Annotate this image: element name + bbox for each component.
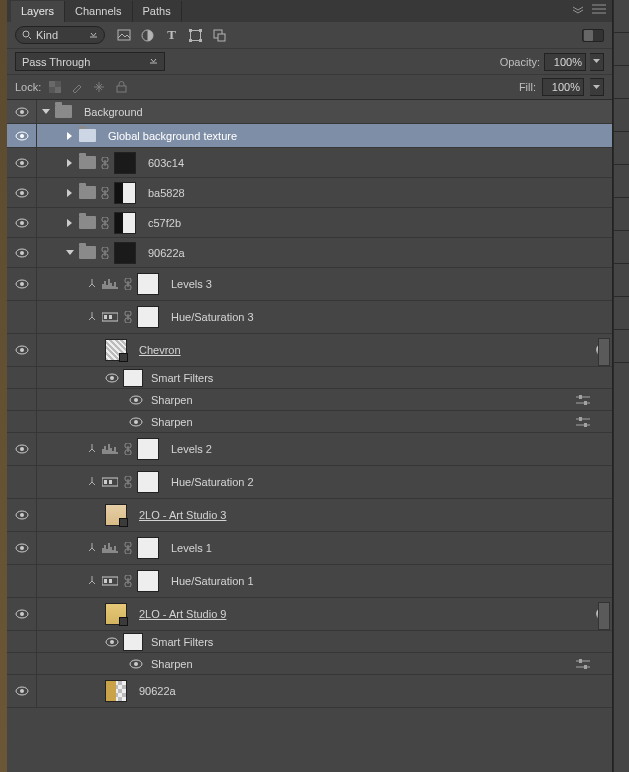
visibility-toggle[interactable] [7, 675, 37, 707]
disclosure-open-icon[interactable] [65, 248, 75, 258]
opacity-input[interactable]: 100% [544, 53, 586, 71]
visibility-toggle[interactable] [7, 532, 37, 564]
layer-mask[interactable] [137, 537, 159, 559]
filter-name[interactable]: Sharpen [151, 658, 193, 670]
layer-mask[interactable] [137, 471, 159, 493]
disclosure-closed-icon[interactable] [65, 188, 75, 198]
visibility-toggle[interactable] [7, 208, 37, 237]
disclosure-open-icon[interactable] [41, 107, 51, 117]
layer-name[interactable]: Chevron [139, 344, 181, 356]
layer-name[interactable]: Hue/Saturation 3 [171, 311, 254, 323]
visibility-toggle[interactable] [7, 238, 37, 267]
layer-mask[interactable] [114, 182, 136, 204]
visibility-toggle[interactable] [7, 124, 37, 147]
fill-dropdown[interactable] [590, 78, 604, 96]
smart-object-layer[interactable]: 2LO - Art Studio 9 [7, 598, 612, 631]
visibility-icon[interactable] [105, 637, 119, 647]
filter-name[interactable]: Sharpen [151, 416, 193, 428]
layer-name[interactable]: 2LO - Art Studio 3 [139, 509, 226, 521]
layer-name[interactable]: Hue/Saturation 2 [171, 476, 254, 488]
filter-options-icon[interactable] [576, 659, 590, 669]
filter-item[interactable]: Sharpen [7, 389, 612, 411]
adjustment-layer[interactable]: Levels 2 [7, 433, 612, 466]
layer-mask[interactable] [114, 242, 136, 264]
layer-name[interactable]: Levels 2 [171, 443, 212, 455]
link-icon[interactable] [123, 277, 133, 291]
layer-group-selected[interactable]: Global background texture [7, 124, 612, 148]
adjustment-layer[interactable]: Levels 1 [7, 532, 612, 565]
smart-object-layer[interactable]: Chevron [7, 334, 612, 367]
link-icon[interactable] [123, 475, 133, 489]
opacity-dropdown[interactable] [590, 53, 604, 71]
layer-name[interactable]: Hue/Saturation 1 [171, 575, 254, 587]
layer-name[interactable]: ba5828 [148, 187, 185, 199]
filter-options-icon[interactable] [576, 417, 590, 427]
adjustment-layer[interactable]: Hue/Saturation 1 [7, 565, 612, 598]
layer-thumbnail[interactable] [105, 603, 127, 625]
layer-thumbnail[interactable] [105, 504, 127, 526]
adjustment-layer[interactable]: Hue/Saturation 3 [7, 301, 612, 334]
filter-shape-icon[interactable] [187, 27, 204, 44]
filter-name[interactable]: Sharpen [151, 394, 193, 406]
filter-smart-icon[interactable] [211, 27, 228, 44]
filter-item[interactable]: Sharpen [7, 653, 612, 675]
visibility-icon[interactable] [129, 417, 143, 427]
filter-mask[interactable] [123, 633, 143, 651]
panel-menu-icon[interactable] [592, 4, 606, 16]
lock-position-icon[interactable] [91, 79, 107, 95]
layer-name[interactable]: Levels 3 [171, 278, 212, 290]
visibility-toggle[interactable] [7, 178, 37, 207]
layer-mask[interactable] [137, 306, 159, 328]
visibility-icon[interactable] [105, 373, 119, 383]
filter-pixel-icon[interactable] [115, 27, 132, 44]
layer-mask[interactable] [137, 438, 159, 460]
disclosure-closed-icon[interactable] [65, 158, 75, 168]
filter-options-icon[interactable] [576, 395, 590, 405]
filter-item[interactable]: Sharpen [7, 411, 612, 433]
visibility-toggle[interactable] [7, 598, 37, 630]
lock-paint-icon[interactable] [69, 79, 85, 95]
layer-group[interactable]: ba5828 [7, 178, 612, 208]
blend-mode-select[interactable]: Pass Through [15, 52, 165, 71]
layer-mask[interactable] [137, 273, 159, 295]
scrollbar-thumb[interactable] [598, 338, 610, 366]
pixel-layer[interactable]: 90622a [7, 675, 612, 708]
link-icon[interactable] [100, 186, 110, 200]
layer-name[interactable]: Global background texture [108, 130, 237, 142]
filter-mask[interactable] [123, 369, 143, 387]
link-icon[interactable] [100, 246, 110, 260]
layer-mask[interactable] [114, 212, 136, 234]
scrollbar-thumb[interactable] [598, 602, 610, 630]
fill-input[interactable]: 100% [542, 78, 584, 96]
visibility-toggle[interactable] [7, 334, 37, 366]
layer-name[interactable]: 90622a [139, 685, 176, 697]
visibility-icon[interactable] [129, 395, 143, 405]
visibility-toggle[interactable] [7, 499, 37, 531]
layer-mask[interactable] [114, 152, 136, 174]
visibility-icon[interactable] [129, 659, 143, 669]
filter-type-icon[interactable]: T [163, 27, 180, 44]
adjustment-layer[interactable]: Levels 3 [7, 268, 612, 301]
filter-adjust-icon[interactable] [139, 27, 156, 44]
smart-object-layer[interactable]: 2LO - Art Studio 3 [7, 499, 612, 532]
link-icon[interactable] [123, 310, 133, 324]
layer-group[interactable]: Background [7, 100, 612, 124]
link-icon[interactable] [123, 541, 133, 555]
link-icon[interactable] [123, 574, 133, 588]
lock-transparent-icon[interactable] [47, 79, 63, 95]
layer-group[interactable]: 90622a [7, 238, 612, 268]
layer-name[interactable]: Background [84, 106, 143, 118]
link-icon[interactable] [100, 156, 110, 170]
filter-type-select[interactable]: Kind [15, 26, 105, 44]
layer-group[interactable]: c57f2b [7, 208, 612, 238]
tab-layers[interactable]: Layers [11, 1, 65, 22]
layer-name[interactable]: 603c14 [148, 157, 184, 169]
layer-name[interactable]: 90622a [148, 247, 185, 259]
lock-all-icon[interactable] [113, 79, 129, 95]
layer-thumbnail[interactable] [105, 680, 127, 702]
layer-name[interactable]: c57f2b [148, 217, 181, 229]
filter-toggle[interactable] [582, 29, 604, 42]
tab-channels[interactable]: Channels [65, 1, 132, 22]
smart-filters-heading[interactable]: Smart Filters [7, 631, 612, 653]
link-icon[interactable] [100, 216, 110, 230]
